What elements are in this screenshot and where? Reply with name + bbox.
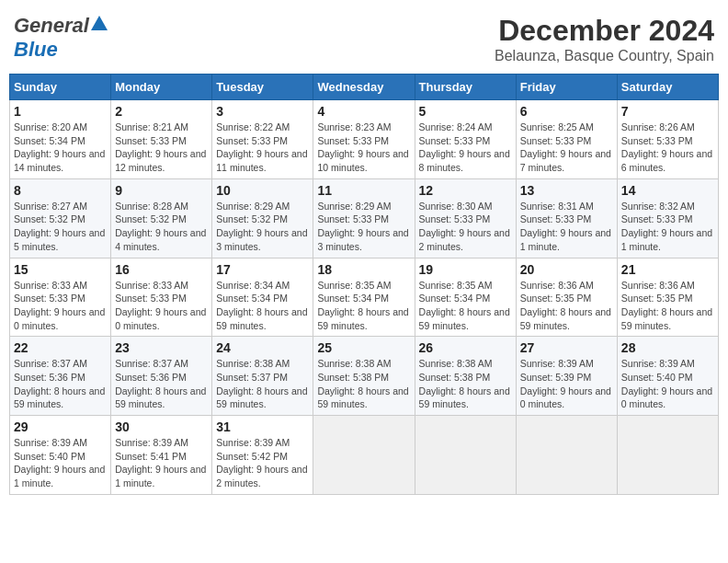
day-number: 22 bbox=[14, 340, 107, 355]
calendar-cell bbox=[415, 416, 516, 495]
day-detail: Sunrise: 8:24 AM Sunset: 5:33 PM Dayligh… bbox=[419, 121, 512, 175]
month-title: December 2024 bbox=[495, 14, 714, 48]
calendar-cell bbox=[516, 416, 617, 495]
day-detail: Sunrise: 8:21 AM Sunset: 5:33 PM Dayligh… bbox=[115, 121, 208, 175]
day-number: 11 bbox=[317, 183, 410, 198]
calendar-cell: 17 Sunrise: 8:34 AM Sunset: 5:34 PM Dayl… bbox=[212, 258, 313, 337]
day-number: 8 bbox=[14, 183, 107, 198]
day-detail: Sunrise: 8:31 AM Sunset: 5:33 PM Dayligh… bbox=[520, 200, 613, 254]
day-number: 9 bbox=[115, 183, 208, 198]
calendar-cell: 6 Sunrise: 8:25 AM Sunset: 5:33 PM Dayli… bbox=[516, 100, 617, 179]
day-detail: Sunrise: 8:33 AM Sunset: 5:33 PM Dayligh… bbox=[14, 279, 107, 333]
day-detail: Sunrise: 8:30 AM Sunset: 5:33 PM Dayligh… bbox=[419, 200, 512, 254]
day-number: 24 bbox=[216, 340, 309, 355]
weekday-header-thursday: Thursday bbox=[415, 75, 516, 100]
calendar-cell: 10 Sunrise: 8:29 AM Sunset: 5:32 PM Dayl… bbox=[212, 178, 313, 258]
calendar-cell: 2 Sunrise: 8:21 AM Sunset: 5:33 PM Dayli… bbox=[111, 100, 212, 179]
day-number: 3 bbox=[216, 104, 309, 119]
calendar-week-3: 15 Sunrise: 8:33 AM Sunset: 5:33 PM Dayl… bbox=[10, 258, 719, 337]
logo-blue: Blue bbox=[14, 38, 58, 61]
calendar-cell: 11 Sunrise: 8:29 AM Sunset: 5:33 PM Dayl… bbox=[313, 178, 415, 258]
day-detail: Sunrise: 8:38 AM Sunset: 5:38 PM Dayligh… bbox=[419, 357, 512, 411]
calendar-cell: 19 Sunrise: 8:35 AM Sunset: 5:34 PM Dayl… bbox=[415, 258, 516, 337]
day-detail: Sunrise: 8:25 AM Sunset: 5:33 PM Dayligh… bbox=[520, 121, 613, 175]
day-number: 10 bbox=[216, 183, 309, 198]
calendar-cell: 9 Sunrise: 8:28 AM Sunset: 5:32 PM Dayli… bbox=[111, 178, 212, 258]
calendar-cell: 4 Sunrise: 8:23 AM Sunset: 5:33 PM Dayli… bbox=[313, 100, 415, 179]
day-detail: Sunrise: 8:36 AM Sunset: 5:35 PM Dayligh… bbox=[520, 279, 613, 333]
day-number: 18 bbox=[317, 262, 410, 277]
calendar-cell: 27 Sunrise: 8:39 AM Sunset: 5:39 PM Dayl… bbox=[516, 337, 617, 416]
weekday-header-friday: Friday bbox=[516, 75, 617, 100]
day-number: 14 bbox=[621, 183, 714, 198]
day-number: 12 bbox=[419, 183, 512, 198]
calendar-week-5: 29 Sunrise: 8:39 AM Sunset: 5:40 PM Dayl… bbox=[10, 416, 719, 495]
day-detail: Sunrise: 8:22 AM Sunset: 5:33 PM Dayligh… bbox=[216, 121, 309, 175]
day-detail: Sunrise: 8:39 AM Sunset: 5:41 PM Dayligh… bbox=[115, 436, 208, 490]
day-number: 27 bbox=[520, 340, 613, 355]
day-number: 28 bbox=[621, 340, 714, 355]
day-detail: Sunrise: 8:39 AM Sunset: 5:40 PM Dayligh… bbox=[14, 436, 107, 490]
calendar-cell: 13 Sunrise: 8:31 AM Sunset: 5:33 PM Dayl… bbox=[516, 178, 617, 258]
day-number: 25 bbox=[317, 340, 410, 355]
day-detail: Sunrise: 8:35 AM Sunset: 5:34 PM Dayligh… bbox=[419, 279, 512, 333]
day-detail: Sunrise: 8:35 AM Sunset: 5:34 PM Dayligh… bbox=[317, 279, 410, 333]
day-detail: Sunrise: 8:39 AM Sunset: 5:40 PM Dayligh… bbox=[621, 357, 714, 411]
logo: General Blue bbox=[14, 14, 108, 62]
day-detail: Sunrise: 8:37 AM Sunset: 5:36 PM Dayligh… bbox=[115, 357, 208, 411]
svg-marker-0 bbox=[91, 16, 108, 30]
calendar-cell: 22 Sunrise: 8:37 AM Sunset: 5:36 PM Dayl… bbox=[10, 337, 111, 416]
calendar-cell: 18 Sunrise: 8:35 AM Sunset: 5:34 PM Dayl… bbox=[313, 258, 415, 337]
day-detail: Sunrise: 8:26 AM Sunset: 5:33 PM Dayligh… bbox=[621, 121, 714, 175]
calendar-cell: 5 Sunrise: 8:24 AM Sunset: 5:33 PM Dayli… bbox=[415, 100, 516, 179]
day-number: 29 bbox=[14, 419, 107, 434]
day-detail: Sunrise: 8:33 AM Sunset: 5:33 PM Dayligh… bbox=[115, 279, 208, 333]
title-area: December 2024 Belaunza, Basque Country, … bbox=[495, 14, 714, 64]
day-number: 15 bbox=[14, 262, 107, 277]
day-number: 23 bbox=[115, 340, 208, 355]
weekday-header-row: SundayMondayTuesdayWednesdayThursdayFrid… bbox=[10, 75, 719, 100]
calendar-week-4: 22 Sunrise: 8:37 AM Sunset: 5:36 PM Dayl… bbox=[10, 337, 719, 416]
day-detail: Sunrise: 8:27 AM Sunset: 5:32 PM Dayligh… bbox=[14, 200, 107, 254]
calendar-cell: 28 Sunrise: 8:39 AM Sunset: 5:40 PM Dayl… bbox=[617, 337, 718, 416]
day-detail: Sunrise: 8:39 AM Sunset: 5:39 PM Dayligh… bbox=[520, 357, 613, 411]
calendar-table: SundayMondayTuesdayWednesdayThursdayFrid… bbox=[9, 74, 719, 495]
day-detail: Sunrise: 8:36 AM Sunset: 5:35 PM Dayligh… bbox=[621, 279, 714, 333]
day-number: 6 bbox=[520, 104, 613, 119]
weekday-header-wednesday: Wednesday bbox=[313, 75, 415, 100]
day-detail: Sunrise: 8:29 AM Sunset: 5:32 PM Dayligh… bbox=[216, 200, 309, 254]
day-number: 4 bbox=[317, 104, 410, 119]
calendar-cell: 26 Sunrise: 8:38 AM Sunset: 5:38 PM Dayl… bbox=[415, 337, 516, 416]
day-detail: Sunrise: 8:28 AM Sunset: 5:32 PM Dayligh… bbox=[115, 200, 208, 254]
day-number: 7 bbox=[621, 104, 714, 119]
day-number: 17 bbox=[216, 262, 309, 277]
day-detail: Sunrise: 8:32 AM Sunset: 5:33 PM Dayligh… bbox=[621, 200, 714, 254]
calendar-cell: 16 Sunrise: 8:33 AM Sunset: 5:33 PM Dayl… bbox=[111, 258, 212, 337]
day-detail: Sunrise: 8:34 AM Sunset: 5:34 PM Dayligh… bbox=[216, 279, 309, 333]
weekday-header-monday: Monday bbox=[111, 75, 212, 100]
day-detail: Sunrise: 8:38 AM Sunset: 5:38 PM Dayligh… bbox=[317, 357, 410, 411]
calendar-cell: 30 Sunrise: 8:39 AM Sunset: 5:41 PM Dayl… bbox=[111, 416, 212, 495]
day-number: 20 bbox=[520, 262, 613, 277]
header: General Blue December 2024 Belaunza, Bas… bbox=[9, 9, 719, 64]
calendar-cell: 25 Sunrise: 8:38 AM Sunset: 5:38 PM Dayl… bbox=[313, 337, 415, 416]
calendar-cell: 31 Sunrise: 8:39 AM Sunset: 5:42 PM Dayl… bbox=[212, 416, 313, 495]
calendar-week-2: 8 Sunrise: 8:27 AM Sunset: 5:32 PM Dayli… bbox=[10, 178, 719, 258]
calendar-cell: 24 Sunrise: 8:38 AM Sunset: 5:37 PM Dayl… bbox=[212, 337, 313, 416]
calendar-cell: 3 Sunrise: 8:22 AM Sunset: 5:33 PM Dayli… bbox=[212, 100, 313, 179]
day-detail: Sunrise: 8:38 AM Sunset: 5:37 PM Dayligh… bbox=[216, 357, 309, 411]
calendar-cell: 8 Sunrise: 8:27 AM Sunset: 5:32 PM Dayli… bbox=[10, 178, 111, 258]
calendar-week-1: 1 Sunrise: 8:20 AM Sunset: 5:34 PM Dayli… bbox=[10, 100, 719, 179]
calendar-cell: 1 Sunrise: 8:20 AM Sunset: 5:34 PM Dayli… bbox=[10, 100, 111, 179]
logo-icon bbox=[91, 16, 108, 32]
location-title: Belaunza, Basque Country, Spain bbox=[495, 48, 714, 64]
calendar-cell: 21 Sunrise: 8:36 AM Sunset: 5:35 PM Dayl… bbox=[617, 258, 718, 337]
calendar-cell: 20 Sunrise: 8:36 AM Sunset: 5:35 PM Dayl… bbox=[516, 258, 617, 337]
calendar-cell: 12 Sunrise: 8:30 AM Sunset: 5:33 PM Dayl… bbox=[415, 178, 516, 258]
day-number: 26 bbox=[419, 340, 512, 355]
day-detail: Sunrise: 8:39 AM Sunset: 5:42 PM Dayligh… bbox=[216, 436, 309, 490]
day-detail: Sunrise: 8:20 AM Sunset: 5:34 PM Dayligh… bbox=[14, 121, 107, 175]
day-number: 19 bbox=[419, 262, 512, 277]
calendar-cell: 7 Sunrise: 8:26 AM Sunset: 5:33 PM Dayli… bbox=[617, 100, 718, 179]
calendar-cell: 23 Sunrise: 8:37 AM Sunset: 5:36 PM Dayl… bbox=[111, 337, 212, 416]
